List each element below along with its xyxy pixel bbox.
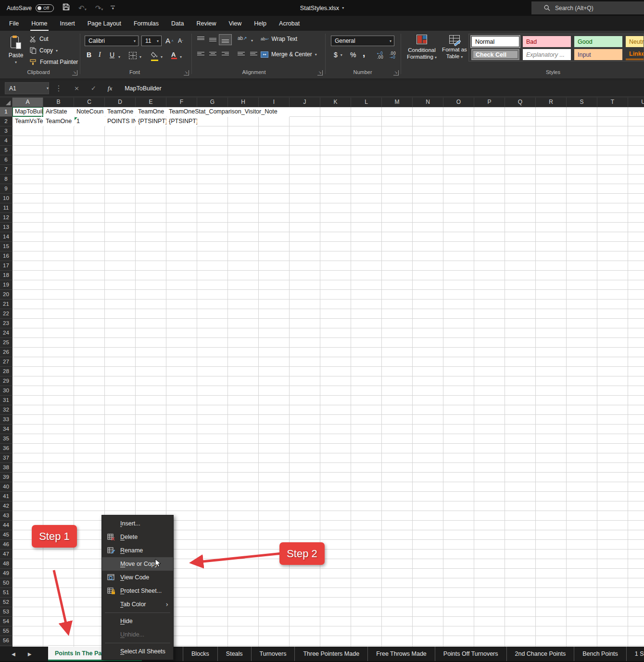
column-header-Q[interactable]: Q	[505, 98, 536, 107]
cell-B2[interactable]: TeamOne	[44, 117, 74, 126]
increase-indent-icon[interactable]	[250, 52, 257, 58]
row-header-24[interactable]: 24	[0, 328, 13, 338]
cell-style-neutral[interactable]: Neutral	[626, 36, 644, 47]
row-header-39[interactable]: 39	[0, 473, 13, 482]
cell-F1[interactable]: TeamOneStat_Comparison_Visitor_Note	[167, 107, 290, 117]
menu-item-tab-color[interactable]: Tab Color›	[102, 598, 173, 611]
row-header-3[interactable]: 3	[0, 126, 13, 136]
row-header-21[interactable]: 21	[0, 300, 13, 309]
ribbon-tab-page-layout[interactable]: Page Layout	[81, 16, 127, 31]
row-header-53[interactable]: 53	[0, 607, 13, 617]
cell-style-normal[interactable]: Normal	[471, 36, 519, 47]
column-header-B[interactable]: B	[43, 98, 74, 107]
row-header-17[interactable]: 17	[0, 261, 13, 271]
row-header-33[interactable]: 33	[0, 415, 13, 425]
cell-F2[interactable]: {PTSINPT}	[167, 117, 197, 126]
cell-style-linked[interactable]: Linked	[626, 49, 644, 60]
column-header-J[interactable]: J	[290, 98, 320, 107]
menu-item-protect-sheet-[interactable]: Protect Sheet...	[102, 584, 173, 598]
comma-style-button[interactable]: ,	[363, 48, 365, 59]
row-header-51[interactable]: 51	[0, 588, 13, 598]
row-header-37[interactable]: 37	[0, 453, 13, 463]
percent-button[interactable]: %	[350, 51, 356, 59]
row-header-4[interactable]: 4	[0, 136, 13, 146]
clipboard-dialog-launcher[interactable]: ↘	[72, 70, 77, 75]
menu-item-rename[interactable]: Rename	[102, 544, 173, 557]
row-header-40[interactable]: 40	[0, 482, 13, 492]
cell-E2[interactable]: {PTSINPT}	[136, 117, 166, 126]
menu-item-move-or-copy[interactable]: Move or Copy	[102, 557, 173, 571]
cell-style-check-cell[interactable]: Check Cell	[471, 49, 519, 60]
row-header-23[interactable]: 23	[0, 319, 13, 328]
align-right-icon[interactable]	[222, 52, 229, 58]
column-header-I[interactable]: I	[259, 98, 290, 107]
format-as-table-button[interactable]: Format as Table ▾	[438, 33, 471, 75]
column-header-M[interactable]: M	[382, 98, 413, 107]
undo-icon[interactable]: ↶▾	[78, 4, 87, 12]
format-painter-button[interactable]: Format Painter	[30, 59, 78, 65]
sheet-tab-blocks[interactable]: Blocks	[183, 647, 218, 661]
enter-icon[interactable]: ✓	[91, 85, 96, 92]
row-header-8[interactable]: 8	[0, 175, 13, 184]
number-format-select[interactable]: General▾	[331, 36, 394, 46]
sheet-tab-2nd-chance-points[interactable]: 2nd Chance Points	[507, 647, 575, 661]
menu-item-unhide-[interactable]: Unhide...	[102, 628, 173, 641]
row-header-42[interactable]: 42	[0, 501, 13, 511]
row-header-44[interactable]: 44	[0, 521, 13, 530]
row-header-20[interactable]: 20	[0, 290, 13, 300]
font-size-select[interactable]: 11▾	[141, 36, 162, 46]
menu-item-select-all-sheets[interactable]: Select All Sheets	[102, 645, 173, 658]
cell-D1[interactable]: TeamOne	[105, 107, 136, 117]
row-header-10[interactable]: 10	[0, 194, 13, 203]
column-header-U[interactable]: U	[628, 98, 644, 107]
ribbon-tab-acrobat[interactable]: Acrobat	[273, 16, 306, 31]
number-dialog-launcher[interactable]: ↘	[393, 70, 399, 75]
sheet-tab-1-stat-[interactable]: 1 Stat-	[627, 647, 644, 661]
customize-toolbar-icon[interactable]: ▾	[111, 6, 115, 11]
row-header-25[interactable]: 25	[0, 338, 13, 348]
sheet-nav-right-icon[interactable]: ▶	[28, 651, 32, 657]
fill-color-button[interactable]	[151, 51, 158, 60]
row-header-56[interactable]: 56	[0, 636, 13, 646]
conditional-formatting-button[interactable]: Conditional Formatting ▾	[405, 33, 439, 75]
ribbon-tab-view[interactable]: View	[222, 16, 248, 31]
search-input[interactable]: Search (Alt+Q)	[531, 1, 644, 14]
row-header-15[interactable]: 15	[0, 242, 13, 251]
cut-button[interactable]: Cut	[30, 36, 49, 42]
row-header-52[interactable]: 52	[0, 598, 13, 607]
row-header-50[interactable]: 50	[0, 578, 13, 588]
row-header-28[interactable]: 28	[0, 367, 13, 376]
row-header-12[interactable]: 12	[0, 213, 13, 223]
cell-E1[interactable]: TeamOne	[136, 107, 166, 117]
fill-color-dropdown[interactable]: ▾	[161, 55, 163, 59]
bold-button[interactable]: B	[87, 51, 91, 59]
row-header-27[interactable]: 27	[0, 357, 13, 367]
row-header-9[interactable]: 9	[0, 184, 13, 194]
row-header-1[interactable]: 1	[0, 107, 13, 117]
cell-style-good[interactable]: Good	[574, 36, 622, 47]
autosave-toggle[interactable]: Off	[36, 4, 54, 12]
row-header-47[interactable]: 47	[0, 550, 13, 559]
menu-item-hide[interactable]: Hide	[102, 614, 173, 628]
underline-button[interactable]: U	[110, 51, 114, 59]
row-header-5[interactable]: 5	[0, 146, 13, 155]
sheet-tab-steals[interactable]: Steals	[218, 647, 252, 661]
row-header-22[interactable]: 22	[0, 309, 13, 319]
redo-icon[interactable]: ↷▾	[95, 4, 103, 12]
column-header-H[interactable]: H	[228, 98, 259, 107]
column-header-G[interactable]: G	[197, 98, 228, 107]
row-header-13[interactable]: 13	[0, 223, 13, 232]
row-header-32[interactable]: 32	[0, 405, 13, 415]
italic-button[interactable]: I	[99, 51, 101, 59]
save-icon[interactable]	[63, 3, 70, 12]
merge-center-button[interactable]: ↔ Merge & Center ▾	[261, 51, 317, 58]
sheet-tab-turnovers[interactable]: Turnovers	[252, 647, 295, 661]
borders-icon[interactable]	[129, 52, 137, 59]
ribbon-tab-insert[interactable]: Insert	[54, 16, 81, 31]
row-header-2[interactable]: 2	[0, 117, 13, 126]
bottom-align-icon[interactable]	[222, 37, 229, 43]
row-header-34[interactable]: 34	[0, 425, 13, 434]
underline-dropdown[interactable]: ▾	[118, 55, 120, 59]
orientation-icon[interactable]: ab→	[238, 36, 247, 41]
column-header-C[interactable]: C	[74, 98, 105, 107]
